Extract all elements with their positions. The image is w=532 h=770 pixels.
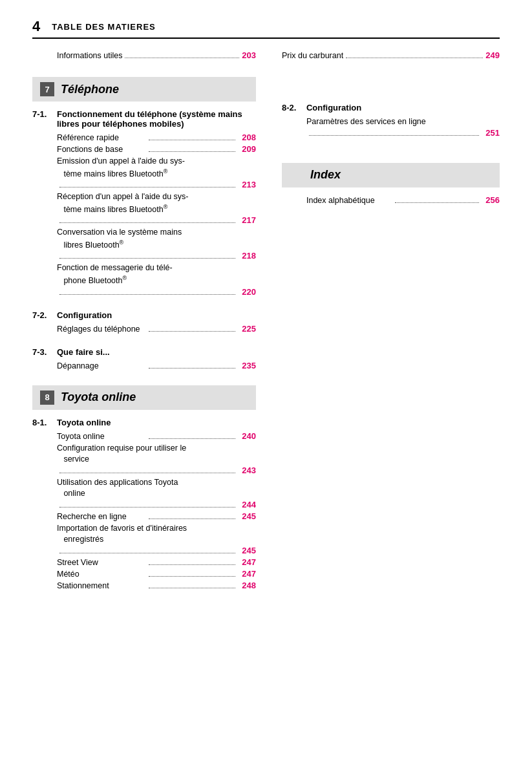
top-entry-right-dots xyxy=(346,58,483,58)
toc-entry-meteo: Météo 247 xyxy=(32,569,256,579)
subsection-7-1-title: Fonctionnement du téléphone (système mai… xyxy=(57,109,256,129)
toc-page-stationnement: 248 xyxy=(238,581,256,590)
toc-text-importation: Importation de favoris et d'itinéraires … xyxy=(57,523,256,546)
toc-page-parametres: 251 xyxy=(482,128,500,138)
toc-text-utilisation: Utilisation des applications Toyota onli… xyxy=(57,477,256,500)
right-column: 8-2. Configuration Paramètres des servic… xyxy=(275,74,500,592)
toc-dots xyxy=(59,258,235,259)
page: 4 TABLE DES MATIERES Informations utiles… xyxy=(0,0,532,770)
index-header: Index xyxy=(282,163,500,187)
content-columns: 7 Téléphone 7-1. Fonctionnement du télép… xyxy=(32,74,500,592)
toc-entry-toyota-online: Toyota online 240 xyxy=(32,431,256,441)
toc-entry-messagerie: Fonction de messagerie du télé- phone Bl… xyxy=(32,262,256,296)
section8-title: Toyota online xyxy=(61,390,136,404)
toc-page-fonctions-base: 209 xyxy=(238,144,256,154)
toc-dots xyxy=(59,553,235,553)
toc-text-meteo: Météo xyxy=(57,570,146,579)
toc-dots xyxy=(309,135,479,136)
toc-entry-config-requise: Configuration requise pour utiliser le s… xyxy=(32,443,256,475)
subsection-7-2-heading: 7-2. Configuration xyxy=(32,310,256,320)
section8-header: 8 Toyota online xyxy=(32,385,256,410)
toc-text-emission: Emission d'un appel à l'aide du sys- tèm… xyxy=(57,156,256,180)
toc-entry-street-view: Street View 247 xyxy=(32,557,256,567)
toc-text-index-alpha: Index alphabétique xyxy=(306,196,393,205)
left-column: 7 Téléphone 7-1. Fonctionnement du télép… xyxy=(32,74,275,592)
toc-page-row-config-requise: 243 xyxy=(57,465,256,475)
toc-entry-utilisation: Utilisation des applications Toyota onli… xyxy=(32,477,256,509)
toc-entry-reception: Réception d'un appel à l'aide du sys- tè… xyxy=(32,191,256,225)
toc-page-reference-rapide: 208 xyxy=(238,133,256,142)
toc-page-row-reception: 217 xyxy=(57,215,256,225)
toc-text-reception: Réception d'un appel à l'aide du sys- tè… xyxy=(57,191,256,215)
top-entry-left: Informations utiles 203 xyxy=(32,50,256,60)
subsection-8-1-heading: 8-1. Toyota online xyxy=(32,418,256,427)
toc-page-reglages: 225 xyxy=(238,324,256,334)
toc-entry-importation: Importation de favoris et d'itinéraires … xyxy=(32,523,256,555)
top-entry-right: Prix du carburant 249 xyxy=(282,50,500,60)
toc-page-row-importation: 245 xyxy=(57,546,256,555)
section7-title: Téléphone xyxy=(61,83,119,96)
toc-text-stationnement: Stationnement xyxy=(57,581,146,590)
toc-text-fonctions-base: Fonctions de base xyxy=(57,145,146,154)
toc-dots xyxy=(149,140,235,140)
subsection-7-3-num: 7-3. xyxy=(32,347,57,357)
toc-dots xyxy=(149,576,235,577)
toc-page-reception: 217 xyxy=(238,215,256,225)
toc-page-recherche: 245 xyxy=(238,511,256,521)
top-entry-left-dots xyxy=(125,58,239,58)
subsection-7-3-title: Que faire si... xyxy=(57,347,256,357)
toc-dots xyxy=(149,519,235,519)
subsection-8-1-num: 8-1. xyxy=(32,418,57,427)
subsection-7-2-num: 7-2. xyxy=(32,310,57,320)
subsection-7-3-heading: 7-3. Que faire si... xyxy=(32,347,256,357)
toc-text-recherche: Recherche en ligne xyxy=(57,512,146,521)
toc-page-row-utilisation: 244 xyxy=(57,500,256,509)
page-title: TABLE DES MATIERES xyxy=(52,22,156,32)
toc-entry-recherche: Recherche en ligne 245 xyxy=(32,511,256,521)
toc-dots xyxy=(395,202,479,203)
toc-dots xyxy=(59,222,235,223)
page-header: 4 TABLE DES MATIERES xyxy=(32,19,500,39)
toc-entry-emission: Emission d'un appel à l'aide du sys- tèm… xyxy=(32,156,256,189)
toc-dots xyxy=(149,331,235,332)
section7-header: 7 Téléphone xyxy=(32,77,256,102)
toc-entry-index-alpha: Index alphabétique 256 xyxy=(282,195,500,205)
top-entry-right-page: 249 xyxy=(485,50,500,60)
toc-page-importation: 245 xyxy=(238,546,256,555)
toc-page-street-view: 247 xyxy=(238,557,256,567)
index-title: Index xyxy=(310,168,341,182)
toc-page-row-conversation: 218 xyxy=(57,251,256,261)
subsection-8-2-title: Configuration xyxy=(306,103,500,112)
toc-page-depannage: 235 xyxy=(238,361,256,370)
subsection-8-2-num: 8-2. xyxy=(282,103,306,112)
section8-badge: 8 xyxy=(40,390,54,405)
page-number: 4 xyxy=(32,19,40,34)
toc-page-row-messagerie: 220 xyxy=(57,287,256,297)
toc-text-parametres: Paramètres des services en ligne xyxy=(306,116,500,128)
toc-text-street-view: Street View xyxy=(57,558,146,567)
toc-entry-reference-rapide: Référence rapide 208 xyxy=(32,133,256,142)
toc-page-conversation: 218 xyxy=(238,251,256,261)
toc-page-utilisation: 244 xyxy=(238,500,256,509)
subsection-7-1-heading: 7-1. Fonctionnement du téléphone (systèm… xyxy=(32,109,256,129)
toc-page-meteo: 247 xyxy=(238,569,256,579)
toc-entry-stationnement: Stationnement 248 xyxy=(32,581,256,590)
toc-text-reference-rapide: Référence rapide xyxy=(57,133,146,142)
toc-entry-depannage: Dépannage 235 xyxy=(32,361,256,370)
toc-text-config-requise: Configuration requise pour utiliser le s… xyxy=(57,443,256,465)
toc-entry-fonctions-base: Fonctions de base 209 xyxy=(32,144,256,154)
toc-text-conversation: Conversation via le système mains libres… xyxy=(57,227,256,251)
toc-entry-conversation: Conversation via le système mains libres… xyxy=(32,227,256,261)
toc-dots xyxy=(149,368,235,369)
toc-dots xyxy=(59,507,235,508)
toc-page-emission: 213 xyxy=(238,180,256,189)
toc-text-messagerie: Fonction de messagerie du télé- phone Bl… xyxy=(57,262,256,286)
toc-page-config-requise: 243 xyxy=(238,465,256,475)
toc-page-toyota-online: 240 xyxy=(238,431,256,441)
toc-dots xyxy=(149,151,235,152)
top-entry-left-text: Informations utiles xyxy=(57,51,122,60)
toc-page-row-emission: 213 xyxy=(57,180,256,189)
toc-entry-parametres: Paramètres des services en ligne 251 xyxy=(282,116,500,138)
toc-dots xyxy=(59,187,235,187)
toc-text-reglages: Réglages du téléphone xyxy=(57,325,146,334)
